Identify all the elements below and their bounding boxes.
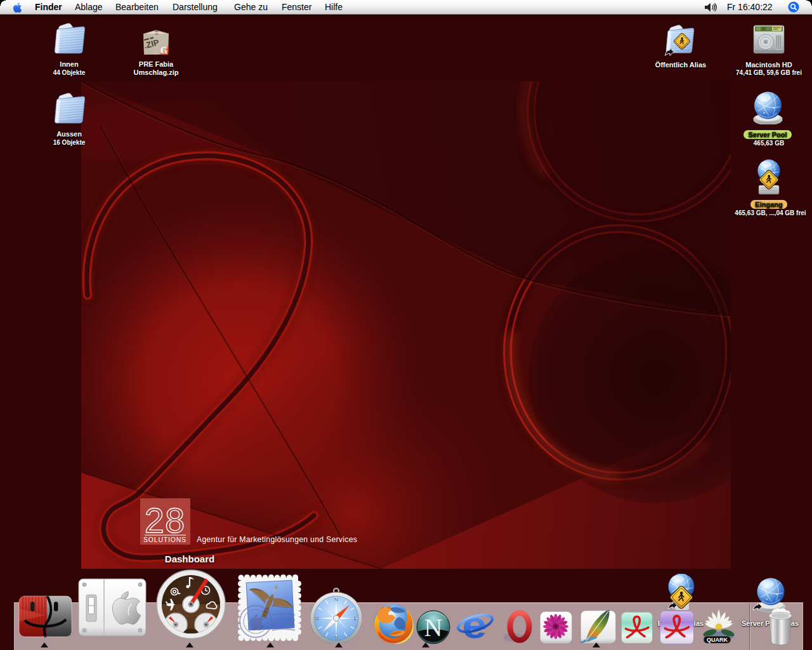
svg-text:28: 28: [145, 500, 185, 540]
svg-text:E: E: [353, 616, 357, 621]
svg-text:QUARK: QUARK: [707, 637, 728, 643]
svg-text:S: S: [334, 635, 337, 640]
svg-text:N: N: [334, 597, 337, 602]
svg-text:N: N: [424, 613, 443, 642]
svg-text:Agentur für Marketinglösungen: Agentur für Marketinglösungen und Servic…: [197, 535, 357, 544]
svg-text:SOLUTIONS: SOLUTIONS: [143, 536, 187, 543]
svg-text:W: W: [315, 616, 320, 621]
svg-text:e: e: [462, 606, 487, 646]
